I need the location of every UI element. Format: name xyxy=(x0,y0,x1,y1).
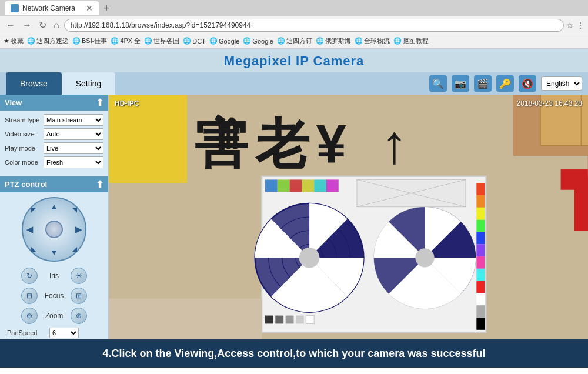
bookmark-item[interactable]: 🌐 俄罗斯海 xyxy=(316,36,351,45)
bookmark-item[interactable]: 🌐 迪四方速递 xyxy=(27,36,69,45)
bookmark-item[interactable]: 🌐 迪四方订 xyxy=(277,36,312,45)
ptz-downleft-button[interactable]: ◣ xyxy=(31,246,36,252)
app-footer: 4.Click on the Viewing,Access control,to… xyxy=(0,339,588,368)
reload-button[interactable]: ↻ xyxy=(36,18,49,32)
nav-bar: ← → ↻ ⌂ ☆ ⋮ xyxy=(0,16,588,34)
color-mode-select[interactable]: Fresh Soft Vivid xyxy=(44,156,103,168)
zoom-row: ⊖ Zoom ⊕ xyxy=(5,308,103,324)
svg-rect-42 xyxy=(275,316,283,324)
app-header: Megapixel IP Camera xyxy=(0,49,588,72)
sidebar: View ⬆ Stream type Main stream Sub strea… xyxy=(0,95,109,339)
ptz-up-button[interactable]: ▲ xyxy=(50,202,58,211)
svg-rect-39 xyxy=(476,305,485,318)
video-size-select[interactable]: Auto 640x480 xyxy=(44,128,103,140)
bookmark-item[interactable]: 🌐 Google xyxy=(243,37,273,45)
svg-rect-40 xyxy=(476,318,485,330)
svg-rect-24 xyxy=(278,179,290,192)
color-mode-row: Color mode Fresh Soft Vivid xyxy=(5,156,103,168)
bookmarks-bar: ★ 收藏 🌐 迪四方速递 🌐 BSI-佳事 🌐 4PX 全 🌐 世界各国 🌐 D… xyxy=(0,34,588,48)
svg-text:¥: ¥ xyxy=(316,113,346,175)
bookmark-item[interactable]: 🌐 DCT xyxy=(183,37,206,45)
tab-setting[interactable]: Setting xyxy=(62,72,116,95)
svg-rect-13 xyxy=(574,176,588,231)
iris-increase-button[interactable]: ☀ xyxy=(71,268,87,284)
ptz-downright-button[interactable]: ◢ xyxy=(72,246,77,252)
bookmark-item[interactable]: 🌐 抠图教程 xyxy=(393,36,429,45)
ptz-section-header[interactable]: PTZ control ⬆ xyxy=(0,176,108,192)
svg-text:老: 老 xyxy=(255,113,310,175)
ptz-right-button[interactable]: ▶ xyxy=(75,225,82,234)
svg-rect-38 xyxy=(476,293,485,305)
ptz-upleft-button[interactable]: ◤ xyxy=(31,206,36,213)
stream-type-select[interactable]: Main stream Sub stream xyxy=(44,114,103,126)
audio-button[interactable]: 🔇 xyxy=(519,75,536,92)
back-button[interactable]: ← xyxy=(4,19,18,32)
bookmark-star-button[interactable]: ☆ xyxy=(566,21,574,30)
svg-rect-35 xyxy=(476,256,485,269)
forward-button[interactable]: → xyxy=(20,19,34,32)
bookmark-item[interactable]: 🌐 世界各国 xyxy=(144,36,179,45)
ptz-left-button[interactable]: ◀ xyxy=(26,225,33,234)
tab-browse[interactable]: Browse xyxy=(6,72,62,95)
stream-type-row: Stream type Main stream Sub stream xyxy=(5,114,103,126)
svg-rect-33 xyxy=(476,232,485,244)
svg-rect-23 xyxy=(265,179,278,192)
focus-near-button[interactable]: ⊟ xyxy=(21,288,38,304)
svg-point-20 xyxy=(299,248,320,268)
pan-speed-select[interactable]: 6 xyxy=(49,328,79,338)
focus-far-button[interactable]: ⊞ xyxy=(71,288,87,304)
home-button[interactable]: ⌂ xyxy=(51,19,62,32)
play-mode-select[interactable]: Live Playback xyxy=(44,142,103,154)
app-title: Megapixel IP Camera xyxy=(224,54,365,68)
config-button[interactable]: 🔑 xyxy=(496,75,514,92)
play-mode-row: Play mode Live Playback xyxy=(5,142,103,154)
pan-speed-row: PanSpeed 6 xyxy=(5,328,103,338)
zoom-in-button[interactable]: ⊕ xyxy=(71,308,87,324)
footer-text: 4.Click on the Viewing,Access control,to… xyxy=(103,348,486,360)
address-bar[interactable] xyxy=(64,19,564,32)
iris-decrease-button[interactable]: ↻ xyxy=(21,268,38,284)
video-size-row: Video size Auto 640x480 xyxy=(5,128,103,140)
bookmark-item[interactable]: 🌐 BSI-佳事 xyxy=(72,36,107,45)
camera-overlay-label: HD-IPC xyxy=(115,99,139,108)
svg-rect-32 xyxy=(476,220,485,232)
new-tab-button[interactable]: + xyxy=(101,2,112,15)
toolbar-right: 🔍 📷 🎬 🔑 🔇 English 中文 xyxy=(429,75,582,92)
svg-text:⇑: ⇑ xyxy=(214,112,248,158)
svg-rect-1 xyxy=(109,95,187,183)
svg-rect-43 xyxy=(286,316,294,324)
zoom-label: Zoom xyxy=(42,312,66,320)
svg-rect-31 xyxy=(476,208,485,220)
view-section: View ⬆ Stream type Main stream Sub strea… xyxy=(0,95,108,174)
language-select[interactable]: English 中文 xyxy=(541,76,582,91)
svg-rect-44 xyxy=(296,316,304,324)
stream-type-label: Stream type xyxy=(5,116,41,123)
view-form: Stream type Main stream Sub stream Video… xyxy=(0,111,108,174)
video-size-label: Video size xyxy=(5,131,41,138)
sidebar-wrapper: View ⬆ Stream type Main stream Sub strea… xyxy=(0,95,109,339)
tab-close-button[interactable]: ✕ xyxy=(86,4,93,13)
browser-tab[interactable]: Network Camera ✕ xyxy=(5,1,99,15)
zoom-out-button[interactable]: ⊖ xyxy=(21,308,38,324)
svg-rect-45 xyxy=(306,316,314,324)
ptz-upright-button[interactable]: ◥ xyxy=(72,206,77,213)
snapshot-button[interactable]: 📷 xyxy=(452,75,469,92)
pan-speed-label: PanSpeed xyxy=(7,329,47,336)
svg-rect-27 xyxy=(314,179,326,192)
bookmark-item[interactable]: 🌐 Google xyxy=(209,37,239,45)
bookmark-item[interactable]: 🌐 4PX 全 xyxy=(111,36,141,45)
svg-rect-30 xyxy=(476,195,485,208)
toolbar-tabs: Browse Setting xyxy=(6,72,115,95)
iris-label: Iris xyxy=(42,272,66,280)
svg-rect-36 xyxy=(476,269,485,281)
browser-chrome: Network Camera ✕ + ← → ↻ ⌂ ☆ ⋮ ★ 收藏 🌐 迪四… xyxy=(0,0,588,49)
settings-button[interactable]: ⋮ xyxy=(576,21,584,30)
svg-point-22 xyxy=(415,248,434,267)
record-button[interactable]: 🎬 xyxy=(474,75,492,92)
ptz-down-button[interactable]: ▼ xyxy=(50,248,58,257)
svg-rect-25 xyxy=(290,179,302,192)
bookmark-item[interactable]: ★ 收藏 xyxy=(4,36,24,45)
view-section-header[interactable]: View ⬆ xyxy=(0,95,108,111)
zoom-tool-button[interactable]: 🔍 xyxy=(429,75,447,92)
bookmark-item[interactable]: 🌐 全球物流 xyxy=(355,36,390,45)
